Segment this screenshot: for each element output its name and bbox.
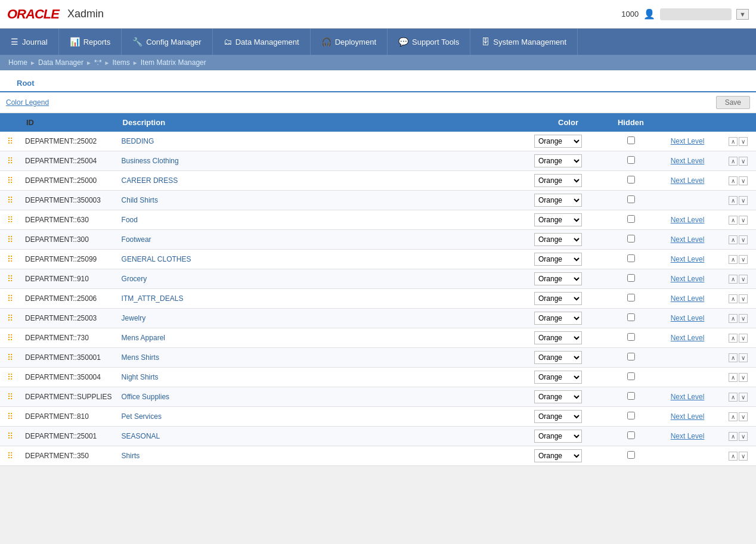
save-button[interactable]: Save [716,96,750,109]
arrow-down-15[interactable]: ∨ [739,432,748,441]
color-select-13[interactable]: OrangeBlueGreenRedYellowPurpleNone [534,390,582,403]
drag-handle[interactable]: ⠿ [5,392,16,402]
color-select-8[interactable]: OrangeBlueGreenRedYellowPurpleNone [534,292,582,305]
next-level-link-6[interactable]: Next Level [671,255,705,263]
hidden-checkbox-5[interactable] [627,235,635,243]
hidden-checkbox-1[interactable] [627,156,635,164]
hidden-checkbox-6[interactable] [627,254,635,262]
hidden-checkbox-0[interactable] [627,136,635,144]
arrow-up-7[interactable]: ∧ [729,275,738,284]
hidden-checkbox-7[interactable] [627,274,635,282]
drag-handle[interactable]: ⠿ [5,195,16,205]
hidden-checkbox-10[interactable] [627,333,635,341]
arrow-up-8[interactable]: ∧ [729,294,738,303]
hidden-checkbox-16[interactable] [627,451,635,459]
arrow-up-12[interactable]: ∧ [729,373,738,382]
drag-handle[interactable]: ⠿ [5,176,16,185]
arrow-down-5[interactable]: ∨ [739,235,748,244]
next-level-link-1[interactable]: Next Level [671,157,705,165]
drag-handle[interactable]: ⠿ [5,353,16,362]
next-level-link-8[interactable]: Next Level [671,294,705,303]
hidden-checkbox-12[interactable] [627,372,635,380]
arrow-down-11[interactable]: ∨ [739,353,748,362]
arrow-down-12[interactable]: ∨ [739,373,748,382]
color-select-6[interactable]: OrangeBlueGreenRedYellowPurpleNone [534,253,582,266]
arrow-up-3[interactable]: ∧ [729,196,738,205]
drag-handle[interactable]: ⠿ [5,156,16,166]
hidden-checkbox-9[interactable] [627,313,635,321]
hidden-checkbox-14[interactable] [627,412,635,419]
nav-item-journal[interactable]: ☰Journal [0,29,59,55]
arrow-down-4[interactable]: ∨ [739,216,748,225]
arrow-up-6[interactable]: ∧ [729,255,738,264]
arrow-up-0[interactable]: ∧ [729,137,738,146]
drag-handle[interactable]: ⠿ [5,274,16,284]
hidden-checkbox-8[interactable] [627,294,635,301]
next-level-link-5[interactable]: Next Level [671,235,705,244]
arrow-down-14[interactable]: ∨ [739,412,748,421]
hidden-checkbox-11[interactable] [627,353,635,360]
color-select-11[interactable]: OrangeBlueGreenRedYellowPurpleNone [534,351,582,364]
arrow-up-2[interactable]: ∧ [729,176,738,185]
next-level-link-13[interactable]: Next Level [671,393,705,401]
color-select-12[interactable]: OrangeBlueGreenRedYellowPurpleNone [534,371,582,384]
nav-item-reports[interactable]: 📊Reports [59,29,122,55]
nav-item-data-management[interactable]: 🗂Data Management [213,29,311,55]
arrow-down-9[interactable]: ∨ [739,314,748,323]
color-select-15[interactable]: OrangeBlueGreenRedYellowPurpleNone [534,430,582,443]
breadcrumb-item-1[interactable]: Data Manager [38,58,83,67]
arrow-down-1[interactable]: ∨ [739,157,748,166]
tab-root[interactable]: Root [6,75,45,92]
drag-handle[interactable]: ⠿ [5,215,16,225]
color-select-10[interactable]: OrangeBlueGreenRedYellowPurpleNone [534,331,582,344]
arrow-up-16[interactable]: ∧ [729,452,738,461]
color-select-3[interactable]: OrangeBlueGreenRedYellowPurpleNone [534,194,582,207]
next-level-link-0[interactable]: Next Level [671,137,705,145]
nav-item-support-tools[interactable]: 💬Support Tools [388,29,470,55]
drag-handle[interactable]: ⠿ [5,333,16,343]
drag-handle[interactable]: ⠿ [5,235,16,244]
breadcrumb-item-3[interactable]: Items [112,58,129,67]
color-select-9[interactable]: OrangeBlueGreenRedYellowPurpleNone [534,312,582,325]
color-select-16[interactable]: OrangeBlueGreenRedYellowPurpleNone [534,449,582,462]
next-level-link-14[interactable]: Next Level [671,412,705,421]
arrow-down-7[interactable]: ∨ [739,275,748,284]
arrow-up-4[interactable]: ∧ [729,216,738,225]
color-select-1[interactable]: OrangeBlueGreenRedYellowPurpleNone [534,154,582,167]
next-level-link-9[interactable]: Next Level [671,314,705,322]
color-legend-link[interactable]: Color Legend [6,98,49,107]
arrow-up-1[interactable]: ∧ [729,157,738,166]
nav-item-system-management[interactable]: 🗄System Management [470,29,578,55]
arrow-up-14[interactable]: ∧ [729,412,738,421]
drag-handle[interactable]: ⠿ [5,313,16,323]
hidden-checkbox-3[interactable] [627,195,635,203]
color-select-5[interactable]: OrangeBlueGreenRedYellowPurpleNone [534,233,582,246]
next-level-link-2[interactable]: Next Level [671,176,705,185]
hidden-checkbox-15[interactable] [627,431,635,439]
arrow-up-10[interactable]: ∧ [729,334,738,343]
drag-handle[interactable]: ⠿ [5,136,16,146]
color-select-2[interactable]: OrangeBlueGreenRedYellowPurpleNone [534,174,582,187]
arrow-down-13[interactable]: ∨ [739,393,748,402]
arrow-down-2[interactable]: ∨ [739,176,748,185]
color-select-7[interactable]: OrangeBlueGreenRedYellowPurpleNone [534,272,582,285]
user-dropdown-button[interactable]: ▼ [736,9,749,20]
color-select-0[interactable]: OrangeBlueGreenRedYellowPurpleNone [534,135,582,148]
drag-handle[interactable]: ⠿ [5,412,16,421]
color-select-14[interactable]: OrangeBlueGreenRedYellowPurpleNone [534,410,582,423]
nav-item-deployment[interactable]: 🎧Deployment [311,29,388,55]
breadcrumb-item-2[interactable]: *:* [94,58,102,67]
arrow-down-0[interactable]: ∨ [739,137,748,146]
arrow-up-15[interactable]: ∧ [729,432,738,441]
arrow-up-5[interactable]: ∧ [729,235,738,244]
arrow-down-6[interactable]: ∨ [739,255,748,264]
next-level-link-10[interactable]: Next Level [671,334,705,342]
next-level-link-7[interactable]: Next Level [671,275,705,283]
drag-handle[interactable]: ⠿ [5,254,16,264]
nav-item-config-manager[interactable]: 🔧Config Manager [122,29,213,55]
breadcrumb-item-0[interactable]: Home [8,58,27,67]
drag-handle[interactable]: ⠿ [5,294,16,303]
color-select-4[interactable]: OrangeBlueGreenRedYellowPurpleNone [534,213,582,226]
arrow-down-10[interactable]: ∨ [739,334,748,343]
drag-handle[interactable]: ⠿ [5,431,16,441]
